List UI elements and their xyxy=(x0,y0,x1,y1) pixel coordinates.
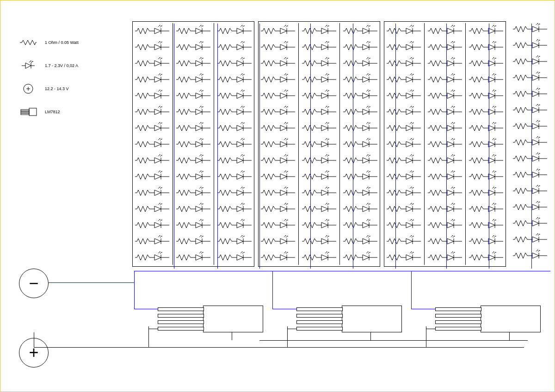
legend-resistor-label: 1 Ohm / 0.05 Watt xyxy=(45,40,79,45)
led-resistor-cell xyxy=(301,185,338,200)
column xyxy=(175,23,214,265)
led-resistor-cell xyxy=(342,39,379,55)
legend-source: 12.2 - 14.3 V xyxy=(19,84,79,94)
regulator-2-pin1 xyxy=(296,307,343,311)
led-resistor-cell xyxy=(426,55,463,71)
led-resistor-cell xyxy=(259,201,296,216)
led-icon xyxy=(19,61,37,71)
wire-group2-out-v xyxy=(272,271,273,309)
led-resistor-cell xyxy=(216,39,253,55)
legend-led-label: 1.7 - 2.3V / 0,02 A xyxy=(45,63,78,68)
led-resistor-cell xyxy=(342,72,379,87)
legend-regulator-label: LM7812 xyxy=(45,110,60,114)
led-resistor-cell xyxy=(512,37,549,53)
legend-regulator: LM7812 xyxy=(19,107,79,117)
led-resistor-cell xyxy=(301,120,338,135)
regulator-1-pin4 xyxy=(158,327,204,331)
led-resistor-cell xyxy=(512,199,549,214)
column xyxy=(301,23,340,265)
led-resistor-cell xyxy=(468,88,505,103)
led-resistor-cell xyxy=(342,153,379,168)
led-resistor-cell xyxy=(301,88,338,103)
led-resistor-cell xyxy=(134,153,171,168)
wire-pos-main-h xyxy=(34,347,524,348)
regulator-1-pin2 xyxy=(158,314,204,318)
led-resistor-cell xyxy=(385,39,422,55)
led-resistor-cell xyxy=(512,118,549,134)
led-resistor-cell xyxy=(175,120,212,135)
legend-resistor: 1 Ohm / 0.05 Watt xyxy=(19,37,79,48)
rail-g1-c3 xyxy=(259,24,260,269)
led-resistor-cell xyxy=(301,72,338,87)
led-resistor-cell xyxy=(426,250,463,265)
regulator-3-pin4 xyxy=(435,327,481,331)
wire-reg2-v xyxy=(287,326,288,347)
wire-reg1-down xyxy=(232,332,232,340)
led-resistor-cell xyxy=(259,250,296,265)
wire-neg-panel-bottom xyxy=(134,271,550,271)
wire-reg1-h xyxy=(148,329,158,329)
led-resistor-cell xyxy=(175,201,212,216)
led-resistor-cell xyxy=(301,153,338,168)
led-resistor-cell xyxy=(259,153,296,168)
led-resistor-cell xyxy=(342,136,379,152)
led-resistor-cell xyxy=(175,55,212,71)
led-resistor-cell xyxy=(216,104,253,119)
regulator-1-pin1 xyxy=(158,307,204,311)
led-resistor-cell xyxy=(385,55,422,71)
led-resistor-cell xyxy=(259,72,296,87)
svg-rect-1 xyxy=(29,108,37,116)
led-resistor-cell xyxy=(512,135,549,150)
led-resistor-cell xyxy=(134,23,171,38)
wire-reg3-h xyxy=(426,329,435,329)
rail-g1-c1 xyxy=(174,24,174,269)
led-resistor-cell xyxy=(134,72,171,87)
led-resistor-cell xyxy=(216,88,253,103)
rail-g2-c2 xyxy=(353,24,353,269)
led-resistor-cell xyxy=(259,185,296,200)
led-resistor-cell xyxy=(512,21,549,37)
led-resistor-cell xyxy=(175,72,212,87)
led-resistor-cell xyxy=(342,88,379,103)
legend-source-label: 12.2 - 14.3 V xyxy=(45,86,69,91)
svg-rect-2 xyxy=(21,110,29,111)
regulator-3-pin2 xyxy=(435,314,481,318)
led-resistor-cell xyxy=(468,55,505,71)
regulator-3-pin1 xyxy=(435,307,481,311)
led-resistor-cell xyxy=(134,136,171,152)
led-resistor-cell xyxy=(175,88,212,103)
led-resistor-cell xyxy=(385,201,422,216)
led-resistor-cell xyxy=(512,70,549,85)
led-resistor-cell xyxy=(426,233,463,249)
led-resistor-cell xyxy=(426,153,463,168)
wire-group3-out-h xyxy=(411,309,435,309)
led-resistor-cell xyxy=(216,136,253,152)
led-resistor-cell xyxy=(512,151,549,166)
legend: 1 Ohm / 0.05 Watt 1.7 - 2.3V / 0,02 A 12… xyxy=(19,37,79,130)
rail-g2-c1 xyxy=(310,24,311,269)
led-resistor-cell xyxy=(301,104,338,119)
led-resistor-cell xyxy=(259,169,296,184)
led-resistor-cell xyxy=(259,104,296,119)
led-resistor-cell xyxy=(342,201,379,216)
led-resistor-cell xyxy=(385,120,422,135)
led-resistor-cell xyxy=(216,23,253,38)
led-resistor-cell xyxy=(385,250,422,265)
led-resistor-cell xyxy=(512,102,549,117)
led-resistor-cell xyxy=(426,169,463,184)
led-resistor-cell xyxy=(385,104,422,119)
led-resistor-cell xyxy=(301,136,338,152)
panel-group-3 xyxy=(384,21,506,267)
led-resistor-cell xyxy=(175,136,212,152)
column xyxy=(259,23,299,265)
led-resistor-cell xyxy=(342,217,379,233)
led-resistor-cell xyxy=(301,169,338,184)
led-resistor-cell xyxy=(426,104,463,119)
led-resistor-cell xyxy=(216,72,253,87)
led-resistor-cell xyxy=(216,201,253,216)
led-resistor-cell xyxy=(468,153,505,168)
led-resistor-cell xyxy=(385,72,422,87)
led-resistor-cell xyxy=(175,233,212,249)
regulator-2-pin2 xyxy=(296,314,343,318)
led-resistor-cell xyxy=(342,169,379,184)
